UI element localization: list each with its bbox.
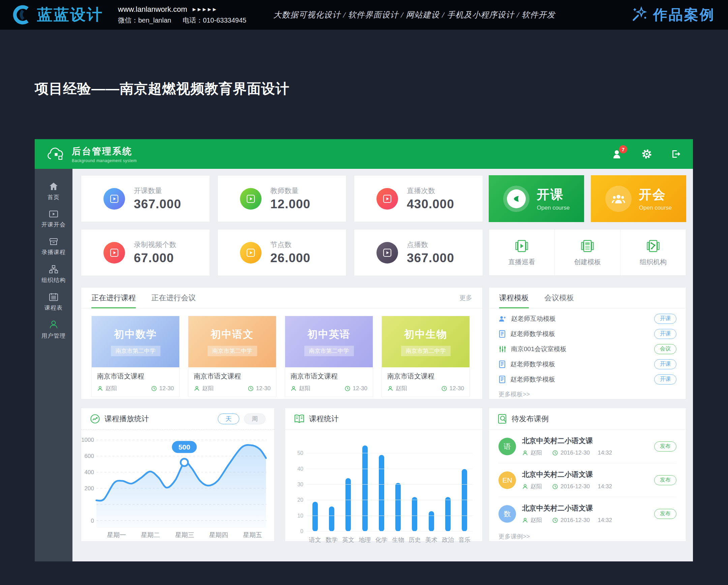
- settings-gear-icon[interactable]: [641, 148, 652, 160]
- svg-text:600: 600: [85, 453, 94, 459]
- person-plus-icon: [498, 315, 506, 322]
- person-icon: [290, 385, 296, 392]
- svg-text:星期一: 星期一: [107, 531, 126, 538]
- calendar-icon: [49, 292, 58, 301]
- quick-link-create-template[interactable]: 创建模板: [555, 230, 621, 275]
- site-services: 大数据可视化设计 / 软件界面设计 / 网站建设 / 手机及小程序设计 / 软件…: [273, 9, 555, 20]
- more-templates-link[interactable]: 更多模板>>: [489, 387, 686, 402]
- stat-icon-play: [103, 242, 125, 264]
- teacher-meta: 赵阳: [290, 384, 310, 392]
- datetime-meta: 2016-12-30 14:32: [552, 449, 612, 457]
- course-card[interactable]: 初中数学 南京市第二中学 南京市语文课程 赵阳 12-30: [91, 316, 180, 397]
- bar-x-label: 生物: [392, 536, 404, 544]
- tab-meeting-templates[interactable]: 会议模板: [544, 288, 574, 308]
- datetime-meta: 2016-12-30 14:32: [552, 483, 612, 490]
- publish-button[interactable]: 发布: [654, 442, 676, 452]
- stat-icon-play: [376, 242, 398, 264]
- stat-icon-play: [240, 242, 262, 264]
- meeting-pill-button[interactable]: 会议: [654, 344, 676, 354]
- bar: [345, 478, 351, 531]
- toggle-week[interactable]: 周: [244, 414, 266, 424]
- stat-card-nodes: 节点数26.000: [217, 229, 346, 276]
- organization-icon: [646, 239, 660, 254]
- quick-link-organization[interactable]: 组织机构: [621, 230, 686, 275]
- publish-button[interactable]: 发布: [654, 509, 676, 519]
- people-icon: [605, 186, 632, 212]
- bar-x-label: 化学: [375, 536, 388, 544]
- stat-card-open-courses: 开课数量367.000: [81, 175, 210, 222]
- stat-icon-play: [376, 188, 398, 210]
- bar-x-label: 语文: [309, 536, 321, 544]
- svg-text:200: 200: [85, 485, 94, 491]
- open-course-pill-button[interactable]: 开课: [654, 329, 676, 339]
- portfolio-label: 作品案例: [653, 5, 715, 24]
- bar-x-label: 地理: [359, 536, 371, 544]
- bar: [362, 446, 368, 531]
- sidebar-item-meetings[interactable]: 开课开会: [35, 205, 73, 233]
- open-course-pill-button[interactable]: 开课: [654, 359, 676, 369]
- site-logo-text: 蓝蓝设计: [37, 4, 103, 25]
- book-icon: [294, 414, 305, 424]
- svg-text:星期二: 星期二: [141, 531, 160, 538]
- app-subtitle: Background management system: [72, 158, 137, 163]
- video-icon: [49, 210, 58, 218]
- time-meta: 12-30: [441, 385, 464, 392]
- sidebar-item-user-management[interactable]: 用户管理: [35, 316, 73, 343]
- clock-icon: [552, 517, 558, 523]
- time-meta: 12-30: [151, 385, 174, 392]
- svg-text:500: 500: [178, 443, 190, 451]
- portfolio-link[interactable]: 作品案例: [630, 5, 715, 24]
- clock-icon: [552, 450, 558, 456]
- bar-x-label: 美术: [425, 536, 438, 544]
- cloud-logo-icon: [46, 146, 67, 162]
- sidebar-item-recorded-courses[interactable]: 录播课程: [35, 233, 73, 261]
- stat-card-recorded-videos: 录制视频个数67.000: [81, 229, 210, 276]
- toggle-day[interactable]: 天: [218, 414, 239, 424]
- site-info: www.lanlanwork.com ▶▶▶▶▶ 微信：ben_lanlan 电…: [118, 5, 246, 25]
- sidebar-nav: 首页 开课开会 录播课程 组织结构 课程表 用户管理: [35, 169, 73, 561]
- logout-icon[interactable]: [670, 148, 681, 160]
- sidebar-item-home[interactable]: 首页: [35, 178, 73, 205]
- bar: [379, 455, 384, 531]
- course-card[interactable]: 初中生物 南京市第二中学 南京市语文课程 赵阳 12-30: [382, 316, 470, 397]
- open-course-pill-button[interactable]: 开课: [654, 374, 676, 384]
- site-url: www.lanlanwork.com: [118, 5, 187, 14]
- course-card[interactable]: 初中英语 南京市第二中学 南京市语文课程 赵阳 12-30: [285, 316, 373, 397]
- site-wechat: 微信：ben_lanlan: [118, 16, 171, 25]
- bar: [412, 497, 417, 531]
- magic-wand-icon: [630, 6, 648, 24]
- document-icon: [498, 360, 506, 368]
- sidebar-item-timetable[interactable]: 课程表: [35, 288, 73, 316]
- open-course-button[interactable]: 开课Open course: [489, 175, 584, 222]
- open-course-pill-button[interactable]: 开课: [654, 314, 676, 324]
- sitemap-icon: [49, 265, 58, 274]
- school-badge: 南京市第二中学: [111, 346, 160, 356]
- subject-avatar: 数: [498, 505, 516, 523]
- course-stats-panel: 课程统计 01020304050 语文数学英文地理化学生物历史美术政治音乐: [285, 408, 483, 541]
- time-meta: 12-30: [344, 385, 367, 392]
- school-badge: 南京市第二中学: [304, 346, 354, 356]
- clock-icon: [344, 385, 350, 392]
- person-icon: [522, 517, 528, 523]
- quick-link-live-patrol[interactable]: 直播巡看: [489, 230, 555, 275]
- pending-lessons-panel: 待发布课例 语 北京中关村二小语文课 赵阳 2016-12-30 14:32 发…: [489, 408, 686, 541]
- site-logo[interactable]: 蓝蓝设计: [13, 4, 103, 25]
- stat-icon-play: [103, 188, 125, 210]
- school-badge: 南京市第二中学: [401, 346, 451, 356]
- publish-button[interactable]: 发布: [654, 475, 676, 485]
- sidebar-item-org-structure[interactable]: 组织结构: [35, 261, 73, 288]
- home-icon: [49, 182, 58, 191]
- more-link[interactable]: 更多: [459, 293, 472, 302]
- more-lessons-link[interactable]: 更多课例>>: [489, 530, 686, 542]
- open-meeting-button[interactable]: 开会Open course: [591, 175, 686, 222]
- user-account-icon[interactable]: 7: [612, 148, 624, 160]
- quick-links-panel: 直播巡看 创建模板: [489, 229, 686, 276]
- trend-icon: [90, 414, 100, 424]
- course-card[interactable]: 初中语文 南京市第二中学 南京市语文课程 赵阳 12-30: [188, 316, 276, 397]
- tab-ongoing-courses[interactable]: 正在进行课程: [91, 288, 136, 308]
- template-row: 赵老师数学模板 开课: [498, 372, 676, 387]
- template-row: 赵老师互动模板 开课: [498, 311, 676, 326]
- subject-avatar: 语: [498, 438, 516, 455]
- tab-course-templates[interactable]: 课程模板: [499, 288, 529, 308]
- tab-ongoing-meetings[interactable]: 正在进行会议: [151, 288, 196, 308]
